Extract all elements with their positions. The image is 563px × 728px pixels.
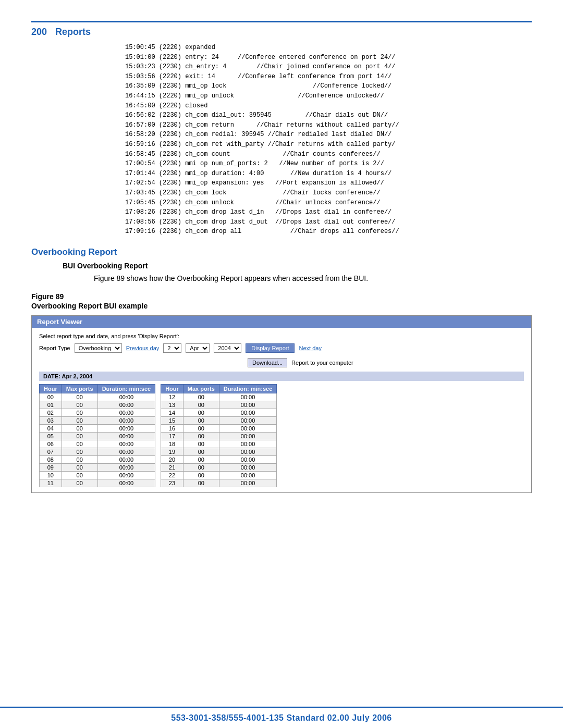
bui-header: Report Viewer: [32, 316, 531, 328]
table-row: 220000:00: [161, 471, 277, 479]
year-select[interactable]: 2004: [214, 343, 241, 353]
page-footer: 553-3001-358/555-4001-135 Standard 02.00…: [0, 707, 563, 728]
report-type-select[interactable]: Overbooking: [75, 343, 122, 353]
bui-box: Report Viewer Select report type and dat…: [31, 315, 532, 493]
log-line: 15:01:00 (2220) entry: 24 //Conferee ent…: [125, 53, 532, 63]
bui-body: Select report type and date, and press '…: [32, 328, 531, 492]
table-row: 100000:00: [40, 471, 155, 479]
report-type-label: Report Type: [39, 345, 70, 351]
log-line: 17:08:56 (2230) ch_com drop last d_out /…: [125, 217, 532, 227]
section-title: Reports: [55, 27, 91, 38]
figure-caption: Overbooking Report BUI example: [31, 302, 532, 310]
col-maxports-right: Max ports: [183, 384, 219, 393]
month-select[interactable]: Apr: [186, 343, 210, 353]
table-row: 140000:00: [161, 409, 277, 416]
log-line: 17:02:54 (2230) mmi_op expansion: yes //…: [125, 178, 532, 188]
right-report-table: Hour Max ports Duration: min:sec 120000:…: [161, 384, 277, 487]
table-row: 230000:00: [161, 479, 277, 487]
footer-text: 553-3001-358/555-4001-135 Standard 02.00…: [171, 713, 392, 723]
table-row: 110000:00: [40, 479, 155, 487]
description-text: Figure 89 shows how the Overbooking Repo…: [94, 273, 532, 284]
day-select[interactable]: 2: [163, 343, 181, 353]
left-report-table: Hour Max ports Duration: min:sec 000000:…: [39, 384, 155, 487]
top-rule: [31, 21, 532, 22]
bui-controls: Report Type Overbooking Previous day 2 A…: [39, 343, 524, 353]
table-row: 060000:00: [40, 440, 155, 448]
table-row: 070000:00: [40, 448, 155, 455]
log-line: 17:00:54 (2230) mmi op num_of_ports: 2 /…: [125, 159, 532, 169]
table-row: 010000:00: [40, 401, 155, 409]
date-bar: DATE: Apr 2, 2004: [39, 372, 524, 381]
log-line: 17:05:45 (2230) ch_com unlock //Chair un…: [125, 198, 532, 208]
section-header: 200 Reports: [31, 27, 532, 38]
table-row: 080000:00: [40, 455, 155, 463]
report-tables: Hour Max ports Duration: min:sec 000000:…: [39, 384, 524, 487]
col-duration-left: Duration: min:sec: [97, 384, 155, 393]
display-report-button[interactable]: Display Report: [246, 343, 295, 353]
log-block: 15:00:45 (2220) expanded 15:01:00 (2220)…: [125, 43, 532, 237]
table-row: 210000:00: [161, 463, 277, 471]
table-row: 040000:00: [40, 424, 155, 432]
log-line: 15:03:56 (2220) exit: 14 //Conferee left…: [125, 72, 532, 82]
col-duration-right: Duration: min:sec: [219, 384, 277, 393]
table-row: 130000:00: [161, 401, 277, 409]
log-line: 16:44:15 (2220) mmi_op unlock //Conferen…: [125, 91, 532, 101]
figure-label: Figure 89: [31, 292, 532, 301]
page: 200 Reports 15:00:45 (2220) expanded 15:…: [0, 0, 563, 728]
log-line: 17:08:26 (2230) ch_com drop last d_in //…: [125, 207, 532, 217]
log-line: 16:58:45 (2230) ch_com count //Chair cou…: [125, 150, 532, 159]
table-row: 190000:00: [161, 448, 277, 455]
log-line: 17:03:45 (2230) ch_com lock //Chair lock…: [125, 188, 532, 198]
log-line: 16:35:09 (2230) mmi_op lock //Conference…: [125, 81, 532, 91]
table-row: 160000:00: [161, 424, 277, 432]
log-line: 16:58:20 (2230) ch_com redial: 395945 //…: [125, 130, 532, 140]
col-hour-left: Hour: [40, 384, 62, 393]
table-row: 090000:00: [40, 463, 155, 471]
table-row: 200000:00: [161, 455, 277, 463]
log-line: 15:03:23 (2230) ch_entry: 4 //Chair join…: [125, 62, 532, 72]
download-button[interactable]: Download...: [248, 358, 287, 367]
log-line: 16:59:16 (2230) ch_com ret with_party //…: [125, 140, 532, 150]
table-row: 030000:00: [40, 416, 155, 424]
table-row: 020000:00: [40, 409, 155, 416]
log-line: 17:01:44 (2230) mmi_op duration: 4:00 //…: [125, 169, 532, 179]
download-label: Report to your computer: [291, 360, 353, 366]
section-number: 200: [31, 27, 47, 38]
bui-instruction: Select report type and date, and press '…: [39, 333, 524, 339]
col-maxports-left: Max ports: [62, 384, 97, 393]
next-day-link[interactable]: Next day: [299, 345, 321, 351]
log-line: 16:56:02 (2230) ch_com dial_out: 395945 …: [125, 110, 532, 120]
table-row: 120000:00: [161, 393, 277, 401]
table-row: 050000:00: [40, 432, 155, 440]
bui-overbooking-heading: BUI Overbooking Report: [63, 262, 532, 270]
previous-day-link[interactable]: Previous day: [126, 345, 160, 351]
log-line: 15:00:45 (2220) expanded: [125, 43, 532, 53]
table-row: 000000:00: [40, 393, 155, 401]
col-hour-right: Hour: [161, 384, 183, 393]
table-row: 180000:00: [161, 440, 277, 448]
log-line: 16:45:00 (2220) closed: [125, 101, 532, 111]
download-row: Download... Report to your computer: [248, 358, 524, 367]
overbooking-heading: Overbooking Report: [31, 247, 532, 257]
log-line: 17:09:16 (2230) ch_com drop all //Chair …: [125, 227, 532, 237]
log-line: 16:57:00 (2230) ch_com return //Chair re…: [125, 120, 532, 130]
table-row: 150000:00: [161, 416, 277, 424]
table-row: 170000:00: [161, 432, 277, 440]
